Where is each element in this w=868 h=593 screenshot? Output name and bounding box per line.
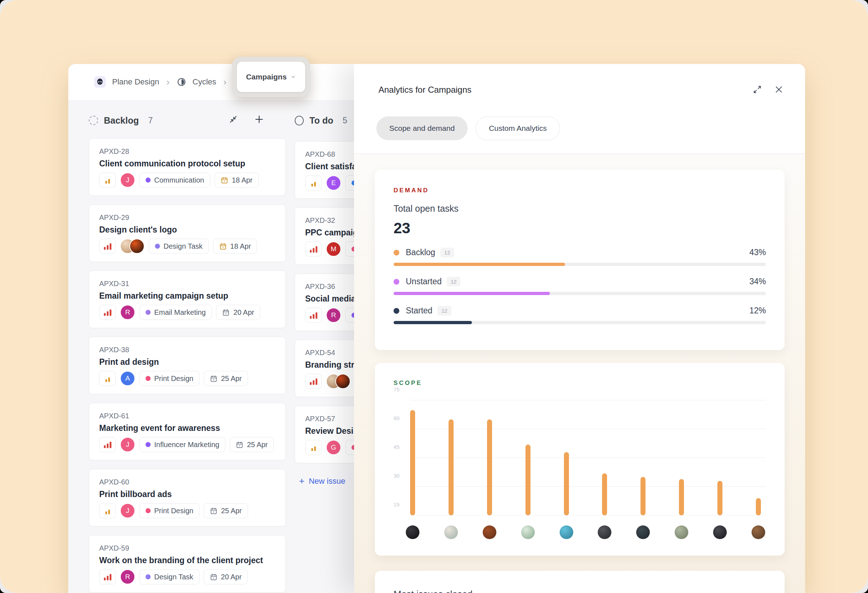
issue-card[interactable]: APXD-28 Client communication protocol se… <box>89 139 286 196</box>
priority-chip[interactable] <box>305 308 322 323</box>
priority-chip[interactable] <box>99 569 116 584</box>
new-issue-button[interactable]: + New issue <box>299 475 345 487</box>
column-backlog-cards: APXD-28 Client communication protocol se… <box>89 139 286 593</box>
issue-card[interactable]: APXD-38 Print ad design A Print Design <box>89 337 286 394</box>
assignee-avatars[interactable] <box>120 239 145 254</box>
chart-gridline <box>410 515 766 515</box>
expand-icon[interactable] <box>753 85 762 94</box>
breadcrumb-separator-icon: › <box>166 77 170 87</box>
issue-chips: J Print Design 25 Apr <box>99 503 275 518</box>
label-text: Print Design <box>154 375 193 383</box>
priority-chip[interactable] <box>99 503 116 518</box>
member-avatar <box>483 525 496 539</box>
assignee-avatars[interactable]: R <box>120 569 135 584</box>
due-date-text: 18 Apr <box>232 176 253 184</box>
assignee-avatars[interactable]: E <box>326 176 341 190</box>
breadcrumb-workspace[interactable]: Plane Design <box>112 77 159 87</box>
issue-chips: A Print Design 25 Apr <box>99 371 275 386</box>
y-axis-tick-label: 75 <box>394 386 406 392</box>
priority-icon <box>105 177 110 184</box>
priority-chip[interactable] <box>99 437 116 452</box>
tab-scope-and-demand[interactable]: Scope and demand <box>376 117 468 140</box>
assignee-avatars[interactable]: G <box>326 440 341 455</box>
issue-card[interactable]: APXD-29 Design client's logo Design Task <box>89 205 286 262</box>
priority-icon <box>310 245 317 253</box>
label-chip[interactable]: Communication <box>139 173 210 187</box>
calendar-icon <box>210 375 217 382</box>
label-chip[interactable]: Email Marketing <box>139 305 212 320</box>
assignee-avatar: J <box>120 173 135 187</box>
member-avatar <box>444 525 458 539</box>
close-icon[interactable] <box>774 85 784 94</box>
backlog-state-icon <box>89 116 98 125</box>
analytics-header: Analytics for Campaigns <box>354 64 805 154</box>
issue-id: APXD-28 <box>99 148 275 156</box>
member-avatar <box>751 525 765 539</box>
due-date-chip[interactable]: 20 Apr <box>216 305 260 320</box>
most-issues-card: Most issues closed <box>375 571 785 593</box>
assignee-avatar: A <box>120 371 135 386</box>
demand-row-started: Started 12 12% <box>394 306 766 324</box>
tab-custom-analytics[interactable]: Custom Analytics <box>475 117 560 140</box>
breadcrumb-cycles[interactable]: Cycles <box>193 77 216 87</box>
priority-chip[interactable] <box>99 305 116 320</box>
priority-chip[interactable] <box>99 239 116 254</box>
demand-row-label: Backlog <box>406 248 435 257</box>
assignee-avatars[interactable]: J <box>120 173 135 187</box>
label-dot <box>146 376 151 381</box>
priority-chip[interactable] <box>99 173 116 187</box>
label-chip[interactable]: Print Design <box>139 371 199 386</box>
due-date-chip[interactable]: 25 Apr <box>230 437 274 452</box>
priority-chip[interactable] <box>305 374 322 389</box>
due-date-chip[interactable]: 25 Apr <box>204 371 248 386</box>
priority-chip[interactable] <box>305 440 322 455</box>
assignee-avatars[interactable]: A <box>120 371 135 386</box>
priority-icon <box>105 375 110 382</box>
due-date-text: 20 Apr <box>221 573 242 581</box>
priority-icon <box>104 309 111 316</box>
issue-id: APXD-61 <box>99 412 275 420</box>
due-date-chip[interactable]: 20 Apr <box>204 569 248 584</box>
label-chip[interactable]: Design Task <box>149 239 209 254</box>
due-date-chip[interactable]: 25 Apr <box>204 503 248 518</box>
issue-card[interactable]: APXD-31 Email marketing campaign setup R… <box>89 271 286 328</box>
chart-gridline <box>410 486 766 487</box>
issue-card[interactable]: APXD-59 Work on the branding of the clie… <box>89 535 286 593</box>
issue-card[interactable]: APXD-61 Marketing event for awareness J … <box>89 403 286 460</box>
due-date-chip[interactable]: 18 Apr <box>215 173 259 187</box>
label-dot <box>146 442 151 447</box>
assignee-avatars[interactable]: R <box>326 308 341 323</box>
priority-chip[interactable] <box>305 176 322 190</box>
due-date-text: 25 Apr <box>247 441 268 449</box>
label-chip[interactable]: Influencer Marketing <box>139 437 225 452</box>
scope-bar <box>410 410 415 515</box>
demand-row-count: 12 <box>437 306 452 316</box>
priority-icon <box>105 507 110 514</box>
issue-title: Print billboard ads <box>99 490 275 499</box>
assignee-avatars[interactable]: J <box>120 437 135 452</box>
priority-chip[interactable] <box>99 371 116 386</box>
column-title: To do <box>310 115 333 126</box>
workspace-logo-alien-icon[interactable] <box>94 76 106 88</box>
add-issue-icon[interactable] <box>254 114 264 124</box>
assignee-avatars[interactable] <box>326 374 350 389</box>
assignee-avatars[interactable]: J <box>120 503 135 518</box>
label-chip[interactable]: Print Design <box>139 503 199 518</box>
label-chip[interactable]: Design Task <box>139 569 199 584</box>
assignee-avatar: M <box>326 242 341 257</box>
priority-chip[interactable] <box>305 242 322 257</box>
due-date-chip[interactable]: 18 Apr <box>213 239 257 254</box>
collapse-column-icon[interactable] <box>228 114 238 124</box>
progress-track <box>394 321 766 324</box>
priority-icon <box>104 573 111 580</box>
issue-card[interactable]: APXD-60 Print billboard ads J Print Desi… <box>89 469 286 527</box>
analytics-body: DEMAND Total open tasks 23 Backlog 12 43… <box>354 154 805 593</box>
calendar-icon <box>222 309 230 316</box>
demand-row-percent: 34% <box>749 277 766 286</box>
assignee-avatar: J <box>120 503 135 518</box>
assignee-avatars[interactable]: R <box>120 305 135 320</box>
column-backlog: Backlog 7 <box>89 111 286 593</box>
calendar-icon <box>210 573 217 581</box>
campaigns-dropdown-button[interactable]: Campaigns <box>237 62 305 92</box>
assignee-avatars[interactable]: M <box>326 242 341 257</box>
